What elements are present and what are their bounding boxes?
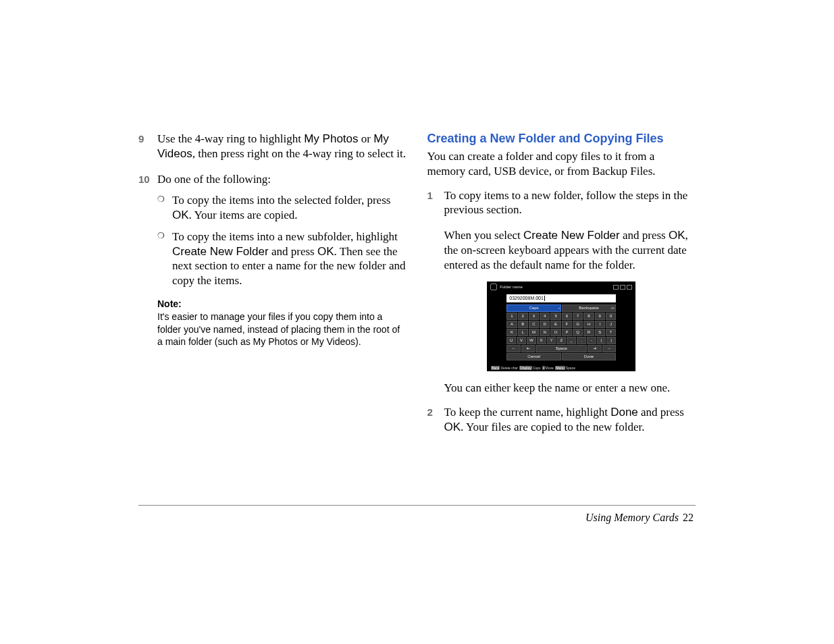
paragraph-keep-name: You can either keep the name or enter a … (444, 381, 696, 396)
text: . Your items are copied. (189, 209, 298, 221)
key-0[interactable]: 0 (606, 313, 616, 320)
hint-chip: Back (491, 366, 500, 370)
key-6[interactable]: 6 (562, 313, 572, 320)
ui-label-my-photos: My Photos (304, 132, 358, 145)
key-7[interactable]: 7 (573, 313, 583, 320)
key-B[interactable]: B (518, 321, 528, 328)
folder-icon (490, 284, 497, 290)
key-E[interactable]: E (550, 321, 561, 328)
left-column: 9 Use the 4-way ring to highlight My Pho… (138, 132, 407, 446)
key-V[interactable]: V (517, 337, 526, 344)
key-8[interactable]: 8 (583, 313, 594, 320)
arrow-right-key[interactable]: → (602, 345, 617, 352)
text: To copy the items into the selected fold… (172, 194, 390, 207)
step-10: 10 Do one of the following: (138, 172, 407, 187)
key-U[interactable]: U (506, 337, 516, 344)
key-R[interactable]: R (583, 329, 594, 336)
key-9[interactable]: 9 (595, 313, 605, 320)
key-2[interactable]: 2 (518, 313, 528, 320)
hint-chip: Display (519, 366, 531, 370)
arrow-end-key[interactable]: ⇥ (588, 345, 602, 352)
footer-rule (138, 505, 696, 506)
space-key[interactable]: Space (536, 345, 587, 352)
ui-label-ok: OK (317, 245, 334, 258)
step-text: Do one of the following: (157, 172, 271, 187)
keyboard-title: Folder name (500, 285, 523, 289)
text: and press (638, 406, 684, 419)
key-S[interactable]: S (595, 329, 605, 336)
step-text: To copy items to a new folder, follow th… (444, 188, 696, 218)
caps-key[interactable]: Caps▾ (506, 304, 561, 312)
key-W[interactable]: W (527, 337, 536, 344)
sub-bullet-2: ❍ To copy the items into a new subfolder… (157, 230, 407, 288)
text: To keep the current name, highlight (444, 406, 611, 419)
done-key[interactable]: Done (562, 353, 617, 360)
hint-chip: • (542, 366, 545, 370)
key-4[interactable]: 4 (540, 313, 550, 320)
key-_[interactable]: _ (567, 337, 576, 344)
page-content: 9 Use the 4-way ring to highlight My Pho… (138, 132, 696, 446)
text: . Your files are copied to the new folde… (461, 421, 644, 433)
section-heading: Creating a New Folder and Copying Files (427, 132, 696, 146)
key-.[interactable]: . (577, 337, 586, 344)
key-([interactable]: ( (597, 337, 606, 344)
onscreen-keyboard-figure: Folder name 03292008M.001 Caps▾ Backspac… (487, 281, 635, 371)
step-number: 10 (138, 172, 157, 187)
arrow-home-key[interactable]: ⇤ (521, 345, 536, 352)
step-text: To keep the current name, highlight Done… (444, 405, 696, 435)
ui-label-create-new-folder: Create New Folder (523, 229, 620, 242)
key-1[interactable]: 1 (506, 313, 517, 320)
text: and press (269, 245, 317, 258)
key-H[interactable]: H (583, 321, 594, 328)
key-P[interactable]: P (562, 329, 572, 336)
text: , then press right on the 4-way ring to … (192, 147, 406, 160)
hint: Delete char (500, 366, 518, 370)
paragraph-create-folder: When you select Create New Folder and pr… (444, 228, 696, 272)
key-M[interactable]: M (529, 329, 539, 336)
footer-section: Using Memory Cards (585, 512, 679, 523)
cancel-key[interactable]: Cancel (506, 353, 561, 360)
ui-label-ok: OK (444, 421, 461, 433)
key-X[interactable]: X (537, 337, 546, 344)
text: or (359, 132, 374, 145)
key-3[interactable]: 3 (529, 313, 539, 320)
key--[interactable]: - (587, 337, 596, 344)
key-K[interactable]: K (506, 329, 517, 336)
key-A[interactable]: A (506, 321, 517, 328)
page-footer: Using Memory Cards22 (585, 512, 694, 524)
backspace-key[interactable]: Backspace⌫ (562, 304, 617, 312)
step-number: 2 (427, 405, 444, 435)
step-2: 2 To keep the current name, highlight Do… (427, 405, 696, 435)
folder-name-input[interactable]: 03292008M.001 (506, 294, 616, 302)
bullet-icon: ❍ (157, 230, 172, 288)
ui-label-create-new-folder: Create New Folder (172, 245, 269, 258)
key-Y[interactable]: Y (547, 337, 556, 344)
key-G[interactable]: G (573, 321, 583, 328)
row-k: KLMNOPQRST (506, 329, 616, 336)
keyboard-hint: BackDelete char DisplayCaps •Move MenuSp… (488, 365, 635, 370)
key-Z[interactable]: Z (556, 337, 566, 344)
bullet-text: To copy the items into the selected fold… (172, 193, 407, 223)
step-number: 1 (427, 188, 444, 218)
intro-paragraph: You can create a folder and copy files t… (427, 149, 696, 179)
key-F[interactable]: F (562, 321, 572, 328)
key-T[interactable]: T (606, 329, 616, 336)
right-column: Creating a New Folder and Copying Files … (427, 132, 696, 446)
status-icons (613, 285, 632, 290)
text: Use the 4-way ring to highlight (157, 132, 304, 145)
bullet-text: To copy the items into a new subfolder, … (172, 230, 407, 288)
key-5[interactable]: 5 (550, 313, 561, 320)
text: To copy the items into a new subfolder, … (172, 230, 398, 243)
key-J[interactable]: J (606, 321, 616, 328)
key-D[interactable]: D (540, 321, 550, 328)
key-L[interactable]: L (518, 329, 528, 336)
arrow-left-key[interactable]: ← (506, 345, 521, 352)
key-Q[interactable]: Q (573, 329, 583, 336)
key-C[interactable]: C (529, 321, 539, 328)
key-O[interactable]: O (550, 329, 561, 336)
note-text: It's easier to manage your files if you … (157, 311, 407, 349)
step-1: 1 To copy items to a new folder, follow … (427, 188, 696, 218)
key-N[interactable]: N (540, 329, 550, 336)
key-I[interactable]: I (595, 321, 605, 328)
key-)[interactable]: ) (606, 337, 616, 344)
